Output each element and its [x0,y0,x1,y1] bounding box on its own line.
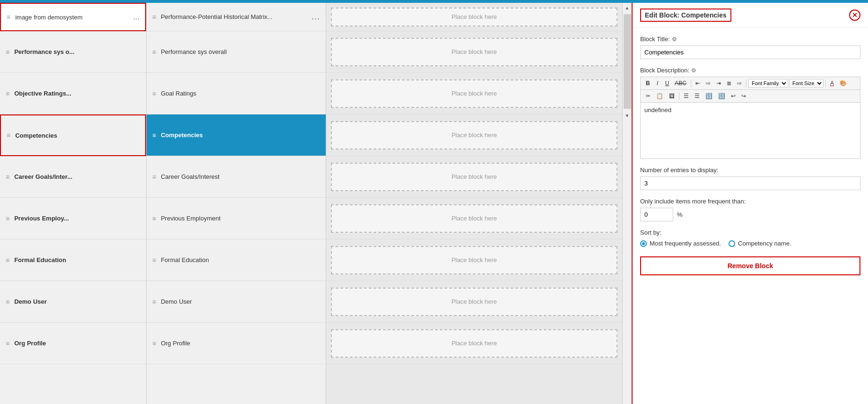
drag-handle-icon: ≡ [152,173,156,181]
middle-panel-item-careergoals[interactable]: ≡ Career Goals/Interest [147,156,326,198]
drop-zone-label: Place block here [451,48,497,55]
bold-button[interactable]: B [643,79,652,88]
middle-panel-item-competencies[interactable]: ≡ Competencies [147,114,326,156]
block-title-label: Block Title: ⚙ [640,35,860,43]
middle-panel-item-demouser[interactable]: ≡ Demo User [147,281,326,323]
sort-option-compname[interactable]: Competency name. [729,240,791,247]
drop-zone-0[interactable]: Place block here [326,3,622,31]
scroll-thumb[interactable] [624,14,631,109]
drop-zone-1[interactable]: Place block here [326,31,622,73]
gear-icon[interactable]: ⚙ [672,36,678,43]
middle-panel-item-formaledu[interactable]: ≡ Formal Education [147,239,326,281]
num-entries-input[interactable] [640,176,860,190]
drop-panel: Place block here Place block here Place … [326,3,622,404]
left-panel-item-orgprofile[interactable]: ≡ Org Profile [0,323,146,364]
middle-panel-item-prevemploy[interactable]: ≡ Previous Employment [147,198,326,239]
block-title-input[interactable] [640,45,860,59]
ordered-list-button[interactable]: ☰ [692,92,702,100]
drop-zone-box[interactable]: Place block here [331,163,617,191]
highlight-button[interactable]: 🎨 [837,79,849,88]
drag-handle-icon: ≡ [152,298,156,306]
sort-option-label: Competency name. [738,240,791,247]
gear-icon[interactable]: ⚙ [691,67,698,74]
undo-button[interactable]: ↩ [729,92,738,100]
cut-button[interactable]: ✂ [643,92,653,100]
toolbar-separator [746,79,746,87]
middle-panel-item-perfsys[interactable]: ≡ Performance sys overall [147,31,326,73]
strikethrough-button[interactable]: ABC [672,79,689,88]
middle-item-label: Demo User [161,298,192,305]
drop-zone-box[interactable]: Place block here [331,246,617,274]
edit-panel-body: Block Title: ⚙ Block Description: ⚙ B I … [633,28,868,283]
middle-item-label: Formal Education [161,256,209,263]
edit-panel: Edit Block: Competencies ✕ Block Title: … [632,3,868,404]
unordered-list-button[interactable]: ☰ [681,92,691,100]
toolbar-separator [679,92,679,100]
drop-zone-box[interactable]: Place block here [331,204,617,233]
drag-handle-icon: ≡ [152,90,156,97]
left-item-label: Career Goals/Inter... [14,173,72,180]
redo-button[interactable]: ↪ [739,92,748,100]
drop-zone-box[interactable]: Place block here [331,288,617,316]
indent-button[interactable]: ⇨ [735,79,744,88]
drop-zone-box[interactable]: Place block here [331,329,617,358]
drop-zone-3[interactable]: Place block here [326,114,622,156]
left-item-label: Performance sys o... [14,48,74,55]
left-panel-item-formaledu[interactable]: ≡ Formal Education [0,239,146,281]
middle-panel-item-goalratings[interactable]: ≡ Goal Ratings [147,73,326,114]
left-item-label: image from demosystem [15,14,82,21]
scroll-up-button[interactable]: ▲ [623,3,632,12]
font-family-select[interactable]: Font Family [748,79,788,88]
scroll-down-button[interactable]: ▼ [623,111,632,120]
left-panel-item-top[interactable]: ≡ image from demosystem ... [0,3,146,31]
left-panel-item-prevemploy[interactable]: ≡ Previous Employ... [0,198,146,239]
drop-zone-label: Place block here [451,173,497,180]
left-item-label: Objective Ratings... [14,90,71,97]
drop-zone-box[interactable]: Place block here [331,79,617,108]
drop-zone-box[interactable]: Place block here [331,121,617,149]
drag-handle-icon: ≡ [152,132,156,139]
justify-button[interactable]: ≣ [724,79,734,88]
left-item-label: Previous Employ... [14,215,69,222]
image-button[interactable]: 🖼 [667,92,677,100]
drop-zone-box[interactable]: Place block here [331,38,617,66]
block-description-textarea[interactable]: undefined [640,102,860,159]
drop-zone-box[interactable]: Place block here [331,8,617,26]
font-size-select[interactable]: Font Size [789,79,824,88]
left-panel-item-competencies[interactable]: ≡ Competencies [0,114,146,156]
font-color-button[interactable]: A [828,79,836,88]
left-panel-item-careergoals[interactable]: ≡ Career Goals/Inter... [0,156,146,198]
drop-zone-5[interactable]: Place block here [326,198,622,239]
left-item-label: Competencies [15,132,57,139]
left-panel-item-objratings[interactable]: ≡ Objective Ratings... [0,73,146,114]
drag-handle-icon: ≡ [6,90,9,97]
drop-zone-8[interactable]: Place block here [326,323,622,364]
italic-button[interactable]: I [653,79,662,88]
drag-handle-icon: ≡ [152,256,156,264]
remove-block-button[interactable]: Remove Block [640,256,860,275]
freq-input[interactable] [640,208,673,221]
drop-zone-6[interactable]: Place block here [326,239,622,281]
drop-zone-4[interactable]: Place block here [326,156,622,198]
copy-button[interactable]: 📋 [654,92,666,100]
align-center-button[interactable]: ⇨ [703,79,713,88]
indent-in-button[interactable]: 🔢 [703,92,715,100]
main-layout: ≡ image from demosystem ... ≡ Performanc… [0,3,868,404]
sort-option-mostfreq[interactable]: Most frequently assessed. [640,240,721,247]
scrollbar[interactable]: ▲ ▼ [622,3,632,404]
middle-panel-item-top[interactable]: ≡ Performance-Potential Historical Matri… [147,3,326,31]
align-right-button[interactable]: ⇥ [714,79,723,88]
underline-button[interactable]: U [663,79,672,88]
close-button[interactable]: ✕ [849,9,860,21]
left-panel-item-perfsys[interactable]: ≡ Performance sys o... [0,31,146,73]
radio-mostfreq[interactable] [640,240,647,247]
freq-percent: % [677,211,683,218]
drag-handle-icon: ≡ [6,173,9,181]
align-left-button[interactable]: ⇤ [693,79,703,88]
middle-panel-item-orgprofile[interactable]: ≡ Org Profile [147,323,326,364]
indent-out-button[interactable]: 🔢 [716,92,728,100]
radio-compname[interactable] [729,240,735,247]
drop-zone-2[interactable]: Place block here [326,73,622,114]
left-panel-item-demouser[interactable]: ≡ Demo User [0,281,146,323]
drop-zone-7[interactable]: Place block here [326,281,622,323]
